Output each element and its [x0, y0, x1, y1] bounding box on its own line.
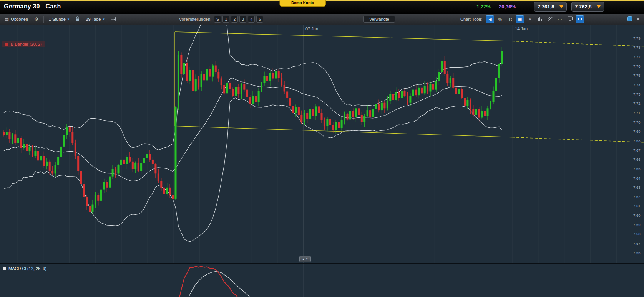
- preset-button-3[interactable]: 3: [239, 16, 246, 23]
- bollinger-legend-label: B Bänder (20, 2): [11, 42, 42, 46]
- blue-panel-icon: [627, 16, 632, 22]
- svg-text:7.65: 7.65: [633, 167, 641, 171]
- chevron-down-icon: ▾: [103, 17, 105, 21]
- svg-text:7.77: 7.77: [633, 55, 641, 59]
- related-group: Verwandte: [363, 14, 395, 25]
- calendar-button[interactable]: [108, 15, 118, 23]
- bar-chart-icon: [538, 16, 543, 22]
- svg-text:7.72: 7.72: [633, 101, 641, 106]
- percent-scale-button[interactable]: %: [496, 15, 504, 23]
- title-bar: Germany 30 - Cash Demo Konto 1,27% 20,36…: [0, 0, 644, 14]
- preset-button-2[interactable]: 2: [231, 16, 238, 23]
- macd-legend[interactable]: MACD Cl (12, 26, 9): [3, 266, 46, 271]
- range-dropdown[interactable]: 29 Tage ▾: [83, 16, 106, 23]
- shapes-tool-button[interactable]: ▭: [556, 15, 564, 23]
- percent-icon: %: [498, 17, 502, 21]
- svg-text:7.66: 7.66: [633, 157, 641, 162]
- svg-text:7.61: 7.61: [633, 204, 641, 208]
- price-chart-svg[interactable]: 07 Jan14 Jan7.797.787.777.767.757.747.73…: [0, 25, 644, 297]
- candlestick-style-button[interactable]: [576, 15, 584, 23]
- svg-text:7.59: 7.59: [633, 223, 641, 227]
- svg-text:7.71: 7.71: [633, 111, 641, 115]
- options-button[interactable]: ▤ Optionen: [2, 15, 30, 23]
- bar-style-button[interactable]: [536, 15, 544, 23]
- svg-text:7.64: 7.64: [633, 176, 641, 180]
- preset-button-4[interactable]: 4: [248, 16, 255, 23]
- text-size-button[interactable]: Tt: [506, 15, 514, 23]
- toolbar-left-group: ▤ Optionen ⚙ 1 Stunde ▾ 29 Tage ▾: [2, 14, 118, 25]
- interval-value: 1 Stunde: [49, 17, 66, 21]
- preset-button-1[interactable]: 1: [222, 16, 229, 23]
- svg-text:7.73: 7.73: [633, 92, 641, 96]
- lock-button[interactable]: [73, 15, 82, 23]
- candlestick-icon: [578, 16, 583, 22]
- svg-text:7.57: 7.57: [633, 241, 641, 246]
- calendar-icon: [111, 16, 116, 22]
- trendline-icon: [548, 16, 553, 22]
- svg-text:7.69: 7.69: [633, 129, 641, 134]
- legend-color-swatch: [3, 267, 6, 270]
- svg-text:7.60: 7.60: [633, 213, 641, 218]
- preset-button-s[interactable]: S: [214, 16, 221, 23]
- svg-text:14 Jan: 14 Jan: [515, 26, 528, 31]
- shape-icon: ▭: [558, 17, 562, 22]
- bollinger-legend[interactable]: B Bänder (20, 2): [2, 41, 45, 47]
- svg-text:7.75: 7.75: [633, 73, 641, 78]
- chart-tools-label: Chart-Tools: [460, 17, 482, 21]
- price-down-arrow-icon: [597, 5, 601, 8]
- toolbar-far-right-group: ≡: [626, 14, 642, 25]
- crosshair-button[interactable]: ⌖: [526, 15, 534, 23]
- svg-text:7.74: 7.74: [633, 83, 641, 87]
- chart-toolbar: ▤ Optionen ⚙ 1 Stunde ▾ 29 Tage ▾: [0, 14, 644, 25]
- back-arrow-icon: ◀: [488, 17, 491, 22]
- svg-text:7.70: 7.70: [633, 120, 641, 124]
- toolbar-divider: [43, 16, 44, 23]
- price-down-arrow-icon: [559, 5, 563, 8]
- options-icon: ▤: [5, 16, 9, 22]
- svg-text:07 Jan: 07 Jan: [305, 26, 318, 31]
- lock-icon: [75, 16, 80, 22]
- range-percent: 20,36%: [499, 4, 516, 10]
- macd-legend-label: MACD Cl (12, 26, 9): [8, 266, 46, 271]
- chart-list-button[interactable]: ≡: [635, 16, 642, 23]
- new-chart-button[interactable]: [626, 16, 633, 23]
- presets-group: Voreinstellungen S 1 2 3 4 5: [179, 14, 263, 25]
- grid-icon: ▦: [518, 17, 522, 22]
- monitor-icon: [568, 16, 573, 22]
- svg-text:7.63: 7.63: [633, 185, 641, 190]
- buy-price-value: 7.762,8: [575, 4, 591, 10]
- price-chart[interactable]: 07 Jan14 Jan7.797.787.777.767.757.747.73…: [0, 25, 644, 297]
- splitter-down-icon: ▼: [306, 258, 308, 260]
- svg-text:7.56: 7.56: [633, 251, 641, 255]
- chevron-down-icon: ▾: [68, 17, 70, 21]
- preset-button-5[interactable]: 5: [256, 16, 263, 23]
- splitter-up-icon: ▲: [302, 258, 305, 260]
- instrument-title: Germany 30 - Cash: [4, 3, 61, 10]
- chart-region: 07 Jan14 Jan7.797.787.777.767.757.747.73…: [0, 25, 644, 297]
- svg-text:7.58: 7.58: [633, 232, 641, 236]
- sell-price-button[interactable]: 7.761,8: [534, 2, 567, 12]
- trendline-tool-button[interactable]: [546, 15, 554, 23]
- undo-button[interactable]: ◀: [486, 15, 494, 23]
- svg-text:7.79: 7.79: [633, 36, 641, 40]
- interval-dropdown[interactable]: 1 Stunde ▾: [46, 16, 72, 23]
- svg-text:7.76: 7.76: [633, 64, 641, 68]
- list-icon: ≡: [637, 17, 639, 21]
- sell-price-value: 7.761,8: [538, 4, 554, 10]
- settings-button[interactable]: ⚙: [32, 15, 41, 23]
- svg-text:7.67: 7.67: [633, 148, 641, 152]
- text-size-icon: Tt: [508, 17, 512, 21]
- trading-app-window: Germany 30 - Cash Demo Konto 1,27% 20,36…: [0, 0, 644, 297]
- demo-account-badge: Demo Konto: [279, 0, 326, 7]
- options-label: Optionen: [11, 17, 28, 21]
- range-value: 29 Tage: [86, 17, 101, 21]
- crosshair-icon: ⌖: [529, 17, 531, 22]
- panel-splitter-button[interactable]: ▲ ▼: [299, 256, 311, 262]
- related-button[interactable]: Verwandte: [363, 16, 395, 23]
- gridlines-button[interactable]: ▦: [516, 15, 524, 23]
- buy-price-button[interactable]: 7.762,8: [571, 2, 604, 12]
- presets-label: Voreinstellungen: [179, 17, 210, 21]
- svg-text:7.62: 7.62: [633, 195, 641, 199]
- display-settings-button[interactable]: [566, 15, 574, 23]
- legend-color-swatch: [5, 43, 8, 46]
